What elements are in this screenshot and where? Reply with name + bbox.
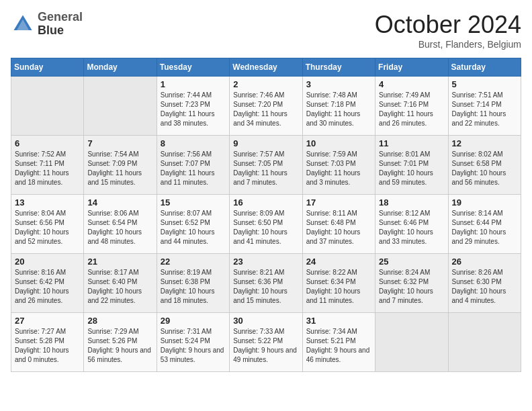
- day-number: 20: [15, 257, 80, 267]
- week-row-5: 27Sunrise: 7:27 AM Sunset: 5:28 PM Dayli…: [11, 313, 521, 372]
- day-info: Sunrise: 8:06 AM Sunset: 6:54 PM Dayligh…: [87, 209, 152, 246]
- calendar-cell: 7Sunrise: 7:54 AM Sunset: 7:09 PM Daylig…: [84, 136, 157, 195]
- day-number: 30: [233, 316, 298, 326]
- calendar-cell: [448, 313, 521, 372]
- calendar-cell: 5Sunrise: 7:51 AM Sunset: 7:14 PM Daylig…: [448, 77, 521, 136]
- location: Burst, Flanders, Belgium: [375, 39, 521, 50]
- day-info: Sunrise: 7:44 AM Sunset: 7:23 PM Dayligh…: [161, 91, 226, 128]
- day-header-friday: Friday: [375, 58, 448, 77]
- day-number: 13: [15, 197, 80, 208]
- day-number: 14: [87, 197, 152, 208]
- calendar-cell: [375, 313, 448, 372]
- day-number: 9: [233, 138, 298, 148]
- calendar-cell: 15Sunrise: 8:07 AM Sunset: 6:52 PM Dayli…: [157, 195, 229, 254]
- calendar-cell: 23Sunrise: 8:21 AM Sunset: 6:36 PM Dayli…: [230, 254, 302, 313]
- day-number: 21: [87, 257, 152, 267]
- day-number: 3: [306, 79, 371, 89]
- day-number: 25: [379, 257, 444, 267]
- calendar-cell: 26Sunrise: 8:26 AM Sunset: 6:30 PM Dayli…: [448, 254, 521, 313]
- calendar-cell: 19Sunrise: 8:14 AM Sunset: 6:44 PM Dayli…: [448, 195, 521, 254]
- day-number: 11: [379, 138, 444, 148]
- calendar-cell: [11, 77, 84, 136]
- calendar-table: SundayMondayTuesdayWednesdayThursdayFrid…: [11, 58, 521, 372]
- day-number: 16: [233, 197, 298, 208]
- day-info: Sunrise: 8:09 AM Sunset: 6:50 PM Dayligh…: [233, 209, 298, 246]
- day-info: Sunrise: 7:56 AM Sunset: 7:07 PM Dayligh…: [161, 150, 226, 187]
- logo-text: General Blue: [38, 11, 83, 38]
- week-row-4: 20Sunrise: 8:16 AM Sunset: 6:42 PM Dayli…: [11, 254, 521, 313]
- month-title: October 2024: [375, 11, 521, 39]
- day-info: Sunrise: 7:48 AM Sunset: 7:18 PM Dayligh…: [306, 91, 371, 128]
- day-info: Sunrise: 7:29 AM Sunset: 5:26 PM Dayligh…: [87, 327, 152, 365]
- calendar-cell: 30Sunrise: 7:33 AM Sunset: 5:22 PM Dayli…: [230, 313, 302, 372]
- day-info: Sunrise: 7:31 AM Sunset: 5:24 PM Dayligh…: [161, 327, 226, 365]
- week-row-1: 1Sunrise: 7:44 AM Sunset: 7:23 PM Daylig…: [11, 77, 521, 136]
- day-number: 22: [161, 257, 226, 267]
- calendar-cell: 25Sunrise: 8:24 AM Sunset: 6:32 PM Dayli…: [375, 254, 448, 313]
- day-number: 19: [452, 197, 517, 208]
- calendar-cell: 17Sunrise: 8:11 AM Sunset: 6:48 PM Dayli…: [302, 195, 375, 254]
- day-info: Sunrise: 7:27 AM Sunset: 5:28 PM Dayligh…: [15, 327, 80, 365]
- calendar-cell: 11Sunrise: 8:01 AM Sunset: 7:01 PM Dayli…: [375, 136, 448, 195]
- day-info: Sunrise: 8:01 AM Sunset: 7:01 PM Dayligh…: [379, 150, 444, 187]
- day-header-tuesday: Tuesday: [157, 58, 229, 77]
- day-number: 26: [452, 257, 517, 267]
- day-number: 7: [87, 138, 152, 148]
- day-info: Sunrise: 8:02 AM Sunset: 6:58 PM Dayligh…: [452, 150, 517, 187]
- day-info: Sunrise: 8:24 AM Sunset: 6:32 PM Dayligh…: [379, 268, 444, 306]
- day-info: Sunrise: 8:17 AM Sunset: 6:40 PM Dayligh…: [87, 268, 152, 306]
- title-block: October 2024 Burst, Flanders, Belgium: [375, 11, 521, 50]
- logo: General Blue: [11, 11, 83, 38]
- calendar-cell: 1Sunrise: 7:44 AM Sunset: 7:23 PM Daylig…: [157, 77, 229, 136]
- calendar-cell: 8Sunrise: 7:56 AM Sunset: 7:07 PM Daylig…: [157, 136, 229, 195]
- calendar-cell: 16Sunrise: 8:09 AM Sunset: 6:50 PM Dayli…: [230, 195, 302, 254]
- logo-line1: General: [38, 11, 83, 24]
- day-info: Sunrise: 7:49 AM Sunset: 7:16 PM Dayligh…: [379, 91, 444, 128]
- day-number: 6: [15, 138, 80, 148]
- day-info: Sunrise: 7:52 AM Sunset: 7:11 PM Dayligh…: [15, 150, 80, 187]
- day-number: 17: [306, 197, 371, 208]
- day-number: 28: [87, 316, 152, 326]
- day-number: 31: [306, 316, 371, 326]
- calendar-cell: 24Sunrise: 8:22 AM Sunset: 6:34 PM Dayli…: [302, 254, 375, 313]
- day-info: Sunrise: 7:54 AM Sunset: 7:09 PM Dayligh…: [87, 150, 152, 187]
- calendar-cell: 14Sunrise: 8:06 AM Sunset: 6:54 PM Dayli…: [84, 195, 157, 254]
- calendar-cell: 3Sunrise: 7:48 AM Sunset: 7:18 PM Daylig…: [302, 77, 375, 136]
- calendar-cell: 4Sunrise: 7:49 AM Sunset: 7:16 PM Daylig…: [375, 77, 448, 136]
- calendar-cell: 20Sunrise: 8:16 AM Sunset: 6:42 PM Dayli…: [11, 254, 84, 313]
- calendar-cell: 21Sunrise: 8:17 AM Sunset: 6:40 PM Dayli…: [84, 254, 157, 313]
- calendar-cell: 9Sunrise: 7:57 AM Sunset: 7:05 PM Daylig…: [230, 136, 302, 195]
- calendar-cell: 31Sunrise: 7:34 AM Sunset: 5:21 PM Dayli…: [302, 313, 375, 372]
- day-info: Sunrise: 8:07 AM Sunset: 6:52 PM Dayligh…: [161, 209, 226, 246]
- day-number: 5: [452, 79, 517, 89]
- calendar-cell: [84, 77, 157, 136]
- day-info: Sunrise: 8:19 AM Sunset: 6:38 PM Dayligh…: [161, 268, 226, 306]
- day-info: Sunrise: 7:33 AM Sunset: 5:22 PM Dayligh…: [233, 327, 298, 365]
- page-header: General Blue October 2024 Burst, Flander…: [11, 11, 521, 50]
- day-header-sunday: Sunday: [11, 58, 84, 77]
- day-number: 4: [379, 79, 444, 89]
- day-info: Sunrise: 8:26 AM Sunset: 6:30 PM Dayligh…: [452, 268, 517, 306]
- day-number: 29: [161, 316, 226, 326]
- day-info: Sunrise: 8:14 AM Sunset: 6:44 PM Dayligh…: [452, 209, 517, 246]
- calendar-cell: 13Sunrise: 8:04 AM Sunset: 6:56 PM Dayli…: [11, 195, 84, 254]
- day-info: Sunrise: 8:11 AM Sunset: 6:48 PM Dayligh…: [306, 209, 371, 246]
- day-info: Sunrise: 7:46 AM Sunset: 7:20 PM Dayligh…: [233, 91, 298, 128]
- day-number: 10: [306, 138, 371, 148]
- day-info: Sunrise: 8:22 AM Sunset: 6:34 PM Dayligh…: [306, 268, 371, 306]
- day-header-saturday: Saturday: [448, 58, 521, 77]
- week-row-3: 13Sunrise: 8:04 AM Sunset: 6:56 PM Dayli…: [11, 195, 521, 254]
- day-info: Sunrise: 8:16 AM Sunset: 6:42 PM Dayligh…: [15, 268, 80, 306]
- calendar-cell: 29Sunrise: 7:31 AM Sunset: 5:24 PM Dayli…: [157, 313, 229, 372]
- day-info: Sunrise: 7:57 AM Sunset: 7:05 PM Dayligh…: [233, 150, 298, 187]
- day-number: 2: [233, 79, 298, 89]
- day-number: 27: [15, 316, 80, 326]
- day-info: Sunrise: 8:21 AM Sunset: 6:36 PM Dayligh…: [233, 268, 298, 306]
- day-header-wednesday: Wednesday: [230, 58, 302, 77]
- day-number: 8: [161, 138, 226, 148]
- day-header-thursday: Thursday: [302, 58, 375, 77]
- calendar-cell: 10Sunrise: 7:59 AM Sunset: 7:03 PM Dayli…: [302, 136, 375, 195]
- day-info: Sunrise: 7:59 AM Sunset: 7:03 PM Dayligh…: [306, 150, 371, 187]
- day-number: 15: [161, 197, 226, 208]
- day-info: Sunrise: 8:12 AM Sunset: 6:46 PM Dayligh…: [379, 209, 444, 246]
